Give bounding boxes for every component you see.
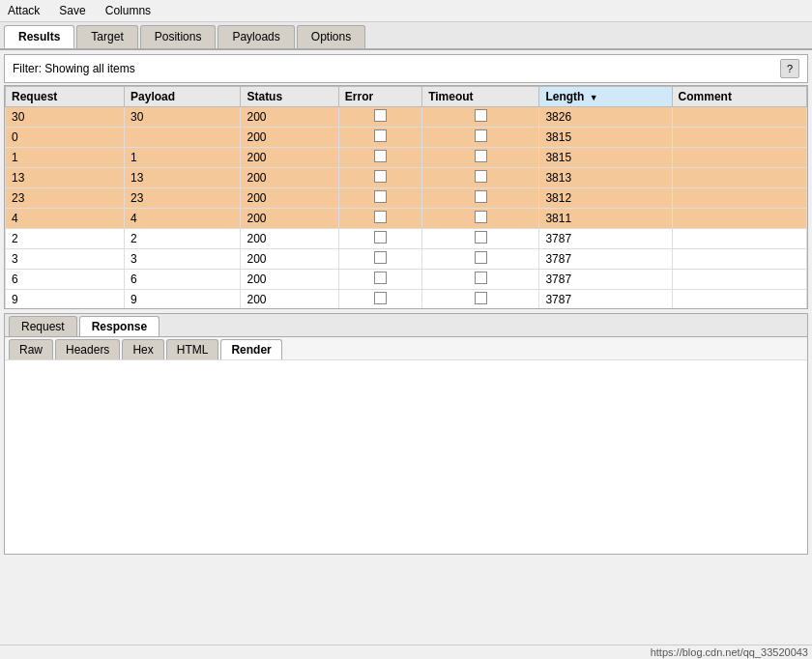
tab-options[interactable]: Options [297, 25, 365, 48]
table-row[interactable]: 30302003826 [6, 107, 807, 128]
table-row[interactable]: 23232003812 [6, 188, 807, 209]
cell-timeout[interactable] [422, 168, 539, 188]
bottom-section: Request Response Raw Headers Hex HTML Re… [4, 313, 808, 555]
col-timeout[interactable]: Timeout [422, 87, 539, 107]
cell-timeout[interactable] [422, 107, 539, 128]
cell-timeout[interactable] [422, 148, 539, 168]
cell-timeout[interactable] [422, 128, 539, 148]
cell-status: 200 [241, 249, 338, 270]
checkbox-icon[interactable] [374, 292, 387, 304]
tab-response[interactable]: Response [79, 316, 160, 336]
tab-payloads[interactable]: Payloads [218, 25, 294, 48]
cell-length: 3813 [539, 168, 672, 188]
subtab-render[interactable]: Render [220, 339, 281, 359]
table-row[interactable]: 992003787 [6, 290, 807, 309]
cell-error[interactable] [338, 128, 421, 148]
cell-payload: 1 [125, 148, 241, 168]
table-row[interactable]: 02003815 [6, 128, 807, 148]
col-status[interactable]: Status [241, 87, 338, 107]
subtab-html[interactable]: HTML [166, 339, 219, 359]
table-row[interactable]: 13132003813 [6, 168, 807, 188]
cell-timeout[interactable] [422, 290, 539, 309]
cell-comment [672, 128, 806, 148]
checkbox-icon[interactable] [475, 292, 487, 304]
tab-positions[interactable]: Positions [140, 25, 217, 48]
checkbox-icon[interactable] [374, 251, 387, 264]
cell-error[interactable] [338, 290, 421, 309]
cell-error[interactable] [338, 188, 421, 209]
checkbox-icon[interactable] [475, 109, 487, 122]
subtab-hex[interactable]: Hex [122, 339, 163, 359]
cell-comment [672, 168, 806, 188]
tab-request[interactable]: Request [9, 316, 77, 336]
checkbox-icon[interactable] [475, 251, 487, 264]
cell-request: 9 [6, 290, 125, 309]
table-row[interactable]: 442003811 [6, 209, 807, 229]
cell-timeout[interactable] [422, 249, 539, 270]
filter-bar: Filter: Showing all items ? [4, 54, 808, 83]
subtab-headers[interactable]: Headers [55, 339, 120, 359]
cell-status: 200 [241, 128, 338, 148]
cell-request: 6 [6, 270, 125, 290]
cell-timeout[interactable] [422, 270, 539, 290]
menu-columns[interactable]: Columns [102, 2, 155, 19]
table-row[interactable]: 112003815 [6, 148, 807, 168]
checkbox-icon[interactable] [374, 272, 387, 284]
menu-bar: Attack Save Columns [0, 0, 812, 22]
col-length[interactable]: Length ▼ [539, 87, 672, 107]
cell-comment [672, 290, 806, 309]
cell-error[interactable] [338, 107, 421, 128]
cell-payload: 9 [125, 290, 241, 309]
cell-payload: 23 [125, 188, 241, 209]
cell-length: 3787 [539, 249, 672, 270]
results-table: Request Payload Status Error Timeout Len… [5, 86, 807, 308]
filter-text: Filter: Showing all items [13, 62, 135, 75]
checkbox-icon[interactable] [374, 231, 387, 244]
checkbox-icon[interactable] [374, 109, 387, 122]
cell-error[interactable] [338, 229, 421, 249]
cell-status: 200 [241, 188, 338, 209]
checkbox-icon[interactable] [374, 150, 387, 162]
table-row[interactable]: 222003787 [6, 229, 807, 249]
col-comment[interactable]: Comment [672, 87, 806, 107]
checkbox-icon[interactable] [475, 150, 487, 162]
checkbox-icon[interactable] [475, 211, 487, 223]
checkbox-icon[interactable] [374, 129, 387, 142]
cell-length: 3815 [539, 148, 672, 168]
col-request[interactable]: Request [6, 87, 125, 107]
cell-timeout[interactable] [422, 188, 539, 209]
checkbox-icon[interactable] [475, 190, 487, 203]
cell-error[interactable] [338, 209, 421, 229]
checkbox-icon[interactable] [374, 211, 387, 223]
help-button[interactable]: ? [780, 59, 799, 78]
cell-timeout[interactable] [422, 209, 539, 229]
checkbox-icon[interactable] [475, 170, 487, 183]
cell-comment [672, 270, 806, 290]
menu-attack[interactable]: Attack [4, 2, 44, 19]
col-error[interactable]: Error [338, 87, 421, 107]
subtab-raw[interactable]: Raw [9, 339, 53, 359]
cell-length: 3826 [539, 107, 672, 128]
cell-request: 2 [6, 229, 125, 249]
checkbox-icon[interactable] [475, 272, 487, 284]
tab-target[interactable]: Target [76, 25, 137, 48]
cell-error[interactable] [338, 168, 421, 188]
cell-error[interactable] [338, 249, 421, 270]
checkbox-icon[interactable] [475, 129, 487, 142]
checkbox-icon[interactable] [475, 231, 487, 244]
cell-timeout[interactable] [422, 229, 539, 249]
col-payload[interactable]: Payload [125, 87, 241, 107]
checkbox-icon[interactable] [374, 190, 387, 203]
table-row[interactable]: 332003787 [6, 249, 807, 270]
cell-error[interactable] [338, 148, 421, 168]
cell-status: 200 [241, 229, 338, 249]
table-scroll[interactable]: Request Payload Status Error Timeout Len… [5, 86, 807, 308]
cell-request: 1 [6, 148, 125, 168]
cell-error[interactable] [338, 270, 421, 290]
tab-results[interactable]: Results [4, 25, 74, 48]
sort-arrow-icon: ▼ [590, 93, 598, 102]
cell-status: 200 [241, 270, 338, 290]
table-row[interactable]: 662003787 [6, 270, 807, 290]
menu-save[interactable]: Save [55, 2, 89, 19]
checkbox-icon[interactable] [374, 170, 387, 183]
